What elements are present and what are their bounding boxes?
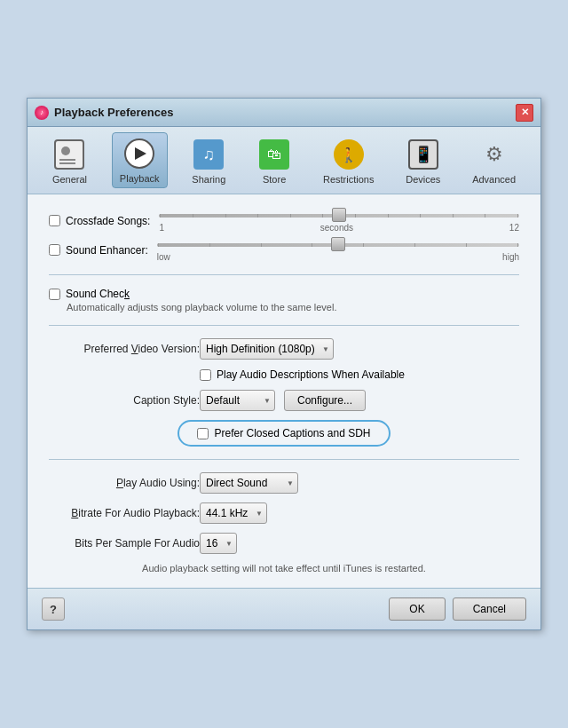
- tick: [517, 243, 518, 247]
- advanced-icon: ⚙: [477, 138, 511, 171]
- toolbar-item-advanced[interactable]: ⚙ Advanced: [465, 134, 523, 188]
- audio-desc-label: Play Audio Descriptions When Available: [217, 368, 405, 381]
- bitrate-select[interactable]: 44.1 kHz 48 kHz: [200, 502, 267, 524]
- title-bar: ♪ Playback Preferences ✕: [28, 99, 540, 127]
- toolbar-label-store: Store: [263, 174, 286, 185]
- tick: [453, 214, 454, 218]
- crossfade-slider-track: [159, 214, 519, 218]
- bits-per-sample-row: Bits Per Sample For Audio 16 24: [49, 533, 519, 554]
- tick: [290, 214, 291, 218]
- sound-enhancer-slider-container: low high: [157, 238, 519, 262]
- toolbar-item-playback[interactable]: Playback: [112, 132, 168, 188]
- bitrate-select-wrapper: 44.1 kHz 48 kHz: [200, 502, 267, 524]
- play-audio-using-label: Play Audio Using:: [49, 477, 200, 489]
- toolbar-item-store[interactable]: 🛍 Store: [250, 134, 298, 188]
- store-icon: 🛍: [257, 138, 291, 171]
- toolbar-label-restrictions: Restrictions: [323, 174, 374, 185]
- toolbar-item-sharing[interactable]: ♫ Sharing: [185, 134, 233, 188]
- tick: [355, 214, 356, 218]
- toolbar-label-devices: Devices: [406, 174, 440, 185]
- preferred-video-select-wrapper: High Definition (1080p) High Definition …: [200, 338, 334, 360]
- toolbar-label-sharing: Sharing: [192, 174, 225, 185]
- crossfade-thumb[interactable]: [332, 208, 346, 222]
- sound-check-section: Sound Check Automatically adjusts song p…: [49, 288, 519, 313]
- sound-enhancer-max: high: [502, 252, 519, 262]
- sharing-icon: ♫: [192, 138, 225, 171]
- bits-per-sample-select[interactable]: 16 24: [200, 533, 237, 554]
- crossfade-max: 12: [509, 223, 519, 233]
- bitrate-label: Bitrate For Audio Playback:: [49, 507, 200, 519]
- sound-enhancer-checkbox-row: Sound Enhancer:: [49, 244, 148, 257]
- tick: [414, 243, 415, 247]
- crossfade-mid: seconds: [320, 223, 353, 233]
- crossfade-row: Crossfade Songs:: [49, 209, 519, 233]
- caption-style-label: Caption Style:: [49, 394, 200, 407]
- prefer-caption-label: Prefer Closed Captions and SDH: [214, 427, 370, 439]
- tick: [225, 214, 226, 218]
- preferred-video-select[interactable]: High Definition (1080p) High Definition …: [200, 338, 334, 360]
- sound-enhancer-min: low: [157, 252, 170, 262]
- toolbar-item-general[interactable]: General: [45, 134, 94, 188]
- configure-button[interactable]: Configure...: [284, 390, 366, 411]
- sound-enhancer-labels: low high: [157, 252, 519, 262]
- footer: ? OK Cancel: [28, 588, 540, 629]
- tick: [466, 243, 467, 247]
- restrictions-icon: 🚶: [332, 138, 366, 171]
- tick: [209, 243, 210, 247]
- audio-desc-checkbox-row: Play Audio Descriptions When Available: [200, 368, 405, 381]
- tick: [261, 243, 262, 247]
- sound-check-checkbox[interactable]: [49, 289, 60, 300]
- itunes-icon: ♪: [35, 106, 49, 120]
- sound-enhancer-track: [157, 243, 519, 247]
- separator-1: [49, 274, 519, 275]
- play-audio-using-select[interactable]: Direct Sound Windows Audio: [200, 472, 298, 494]
- separator-2: [49, 325, 519, 326]
- sound-enhancer-label: Sound Enhancer:: [66, 244, 148, 257]
- audio-restart-note: Audio playback setting will not take eff…: [49, 563, 519, 574]
- playback-icon: [122, 137, 156, 170]
- crossfade-label: Crossfade Songs:: [66, 215, 150, 227]
- sound-check-description: Automatically adjusts song playback volu…: [67, 302, 519, 313]
- sound-check-label: Sound Check: [66, 288, 130, 300]
- sound-enhancer-checkbox[interactable]: [49, 244, 60, 256]
- sound-enhancer-thumb[interactable]: [331, 237, 345, 251]
- crossfade-slider-container: 1 seconds 12: [159, 209, 519, 233]
- toolbar-label-playback: Playback: [120, 173, 160, 184]
- toolbar-item-devices[interactable]: 📱 Devices: [398, 134, 447, 188]
- caption-style-select[interactable]: Default Large Text Classic: [200, 390, 275, 411]
- caption-style-select-wrapper: Default Large Text Classic: [200, 390, 275, 411]
- close-button[interactable]: ✕: [516, 104, 533, 122]
- bits-per-sample-label: Bits Per Sample For Audio: [49, 537, 200, 550]
- crossfade-labels: 1 seconds 12: [159, 223, 519, 233]
- crossfade-checkbox[interactable]: [49, 215, 60, 226]
- help-button[interactable]: ?: [42, 597, 65, 621]
- preferred-video-row: Preferred Video Version: High Definition…: [49, 338, 519, 360]
- general-icon: [52, 138, 86, 171]
- bits-per-sample-select-wrapper: 16 24: [200, 533, 237, 554]
- window-title: Playback Preferences: [54, 106, 173, 119]
- bitrate-row: Bitrate For Audio Playback: 44.1 kHz 48 …: [49, 502, 519, 524]
- audio-desc-checkbox[interactable]: [200, 369, 211, 381]
- preferred-video-label: Preferred Video Version:: [49, 343, 200, 355]
- toolbar: General Playback ♫ Sharing 🛍 Store 🚶 Res…: [28, 127, 540, 194]
- toolbar-item-restrictions[interactable]: 🚶 Restrictions: [316, 134, 381, 188]
- tick: [363, 243, 364, 247]
- toolbar-label-advanced: Advanced: [472, 174, 516, 185]
- caption-style-row: Caption Style: Default Large Text Classi…: [49, 390, 519, 411]
- prefer-caption-checkbox[interactable]: [197, 428, 209, 439]
- crossfade-checkbox-row: Crossfade Songs:: [49, 215, 150, 227]
- sound-enhancer-row: Sound Enhancer:: [49, 238, 519, 262]
- cancel-button[interactable]: Cancel: [453, 597, 526, 621]
- content-area: Crossfade Songs:: [28, 194, 540, 588]
- crossfade-min: 1: [159, 223, 164, 233]
- prefer-caption-row: Prefer Closed Captions and SDH: [49, 420, 519, 447]
- play-audio-using-row: Play Audio Using: Direct Sound Windows A…: [49, 472, 519, 494]
- tick: [517, 214, 518, 218]
- devices-icon: 📱: [406, 138, 440, 171]
- footer-right: OK Cancel: [389, 597, 526, 621]
- preferences-window: ♪ Playback Preferences ✕ General Playbac…: [27, 98, 541, 630]
- tick: [388, 214, 389, 218]
- toolbar-label-general: General: [52, 174, 87, 185]
- tick: [420, 214, 421, 218]
- ok-button[interactable]: OK: [389, 597, 445, 621]
